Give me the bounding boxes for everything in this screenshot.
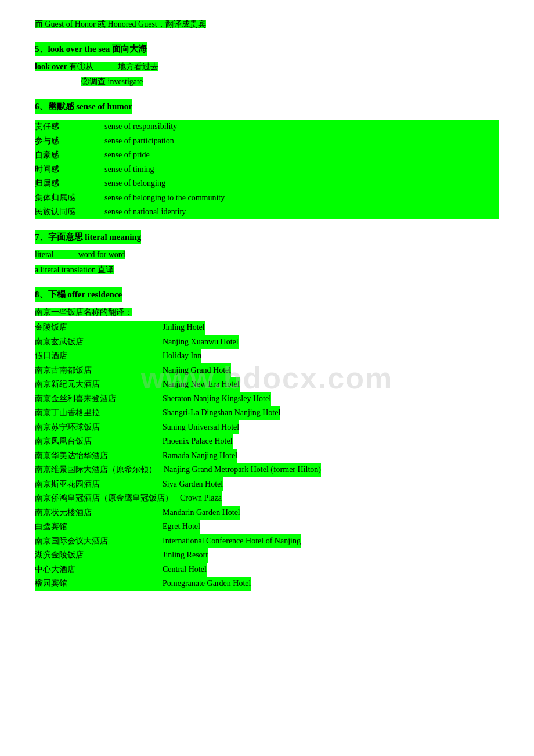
- s6-title-text: 6、幽默感 sense of humor: [35, 99, 132, 114]
- s6-en-0: sense of responsibility: [104, 120, 499, 134]
- s5-title-text: 5、look over the sea 面向大海: [35, 42, 147, 57]
- s8-intro: 南京一些饭店名称的翻译：: [35, 305, 499, 319]
- hotel-row: 湖滨金陵饭店Jinling Resort: [35, 548, 499, 563]
- section-6: 6、幽默感 sense of humor 责任感 sense of respon…: [35, 99, 499, 219]
- hotel-en-8: Phoenix Palace Hotel: [163, 434, 233, 449]
- s6-en-4: sense of belonging: [104, 177, 499, 191]
- table-row: 民族认同感 sense of national identity: [35, 205, 499, 219]
- s6-en-2: sense of pride: [104, 148, 499, 163]
- hotel-en-0: Jinling Hotel: [163, 321, 205, 335]
- hotel-cn-13: 南京状元楼酒店: [35, 506, 163, 520]
- s6-en-3: sense of timing: [104, 163, 499, 177]
- hotel-row: 南京国际会议大酒店International Conference Hotel …: [35, 534, 499, 549]
- hotel-row: 中心大酒店Central Hotel: [35, 563, 499, 577]
- table-row: 归属感 sense of belonging: [35, 177, 499, 191]
- hotel-row: 金陵饭店Jinling Hotel: [35, 321, 499, 335]
- hotel-row: 南京古南都饭店Nanjing Grand Hotel: [35, 363, 499, 378]
- s6-cn-1: 参与感: [35, 134, 104, 149]
- hotel-row: 榴园宾馆Pomegranate Garden Hotel: [35, 577, 499, 591]
- hotel-row: 南京维景国际大酒店（原希尔顿）Nanjing Grand Metropark H…: [35, 463, 499, 477]
- s7-line2: a literal translation 直译: [35, 263, 499, 277]
- hotel-en-18: Pomegranate Garden Hotel: [163, 577, 251, 591]
- hotel-row: 南京状元楼酒店Mandarin Garden Hotel: [35, 506, 499, 520]
- s8-intro-text: 南京一些饭店名称的翻译：: [35, 308, 132, 316]
- s6-en-6: sense of national identity: [104, 205, 499, 219]
- s7-title-text: 7、字面意思 literal meaning: [35, 230, 141, 245]
- hotel-cn-14: 白鹭宾馆: [35, 520, 163, 534]
- s6-cn-5: 集体归属感: [35, 191, 104, 206]
- s5-lookover-bold: look over: [35, 62, 67, 71]
- intro-section: 而 Guest of Honor 或 Honored Guest，翻译成贵宾: [35, 17, 499, 31]
- s5-lookover: look over 有①从———地方看过去: [35, 62, 158, 71]
- hotel-cn-6: 南京丁山香格里拉: [35, 406, 163, 420]
- hotel-cn-2: 假日酒店: [35, 349, 163, 363]
- hotel-cn-15: 南京国际会议大酒店: [35, 534, 163, 549]
- hotel-row: 白鹭宾馆Egret Hotel: [35, 520, 499, 534]
- hotel-cn-7: 南京苏宁环球饭店: [35, 420, 163, 435]
- table-row: 时间感 sense of timing: [35, 163, 499, 177]
- hotel-cn-12: 南京侨鸿皇冠酒店（原金鹰皇冠饭店）: [35, 491, 180, 506]
- s6-cn-4: 归属感: [35, 177, 104, 191]
- hotel-en-7: Suning Universal Hotel: [163, 420, 239, 435]
- table-row: 集体归属感 sense of belonging to the communit…: [35, 191, 499, 206]
- hotel-row: 南京丁山香格里拉Shangri-La Dingshan Nanjing Hote…: [35, 406, 499, 420]
- s8-title: 8、下榻 offer residence: [35, 287, 499, 305]
- hotel-cn-16: 湖滨金陵饭店: [35, 548, 163, 563]
- hotel-en-9: Ramada Nanjing Hotel: [163, 449, 237, 463]
- s5-investigate: ②调查 investigate: [81, 77, 143, 86]
- s6-table: 责任感 sense of responsibility 参与感 sense of…: [35, 120, 499, 219]
- s5-lookover-rest: 有①从———地方看过去: [67, 62, 159, 71]
- hotel-row: 南京新纪元大酒店Nanjing New Era Hotel: [35, 377, 499, 392]
- hotel-row: 南京玄武饭店Nanjing Xuanwu Hotel: [35, 335, 499, 350]
- table-row: 责任感 sense of responsibility: [35, 120, 499, 134]
- section-8: 8、下榻 offer residence 南京一些饭店名称的翻译： 金陵饭店Ji…: [35, 287, 499, 591]
- hotel-cn-4: 南京新纪元大酒店: [35, 377, 163, 392]
- s5-title: 5、look over the sea 面向大海: [35, 42, 499, 59]
- s5-line1: look over 有①从———地方看过去: [35, 60, 499, 74]
- intro-text: 而 Guest of Honor 或 Honored Guest，翻译成贵宾: [35, 20, 206, 28]
- hotel-row: 南京华美达怡华酒店Ramada Nanjing Hotel: [35, 449, 499, 463]
- s6-cn-2: 自豪感: [35, 148, 104, 163]
- s8-hotels-table: 金陵饭店Jinling Hotel南京玄武饭店Nanjing Xuanwu Ho…: [35, 321, 499, 591]
- hotel-cn-17: 中心大酒店: [35, 563, 163, 577]
- hotel-cn-11: 南京斯亚花园酒店: [35, 477, 163, 492]
- s6-cn-6: 民族认同感: [35, 205, 104, 219]
- hotel-cn-8: 南京凤凰台饭店: [35, 434, 163, 449]
- hotel-cn-10: 南京维景国际大酒店（原希尔顿）: [35, 463, 164, 477]
- hotel-row: 南京凤凰台饭店Phoenix Palace Hotel: [35, 434, 499, 449]
- s6-en-1: sense of participation: [104, 134, 499, 149]
- table-row: 自豪感 sense of pride: [35, 148, 499, 163]
- hotel-en-2: Holiday Inn: [163, 349, 201, 363]
- hotel-en-5: Sheraton Nanjing Kingsley Hotel: [163, 392, 271, 406]
- section-7: 7、字面意思 literal meaning literal———word fo…: [35, 230, 499, 277]
- hotel-en-12: Crown Plaza: [180, 491, 222, 506]
- s8-title-text: 8、下榻 offer residence: [35, 287, 122, 303]
- s7-line1: literal———word for word: [35, 248, 499, 262]
- intro-line: 而 Guest of Honor 或 Honored Guest，翻译成贵宾: [35, 17, 499, 31]
- s7-title: 7、字面意思 literal meaning: [35, 230, 499, 247]
- hotel-row: 南京苏宁环球饭店Suning Universal Hotel: [35, 420, 499, 435]
- hotel-cn-5: 南京金丝利喜来登酒店: [35, 392, 163, 406]
- hotel-cn-1: 南京玄武饭店: [35, 335, 163, 350]
- s6-en-5: sense of belonging to the community: [104, 191, 499, 206]
- s6-cn-0: 责任感: [35, 120, 104, 134]
- s6-cn-3: 时间感: [35, 163, 104, 177]
- s5-line2: ②调查 investigate: [35, 75, 499, 89]
- section-5: 5、look over the sea 面向大海 look over 有①从——…: [35, 42, 499, 89]
- s6-title: 6、幽默感 sense of humor: [35, 99, 499, 117]
- hotel-cn-0: 金陵饭店: [35, 321, 163, 335]
- hotel-en-14: Egret Hotel: [163, 520, 200, 534]
- hotel-en-10: Nanjing Grand Metropark Hotel (former Hi…: [164, 463, 321, 477]
- hotel-row: 南京侨鸿皇冠酒店（原金鹰皇冠饭店）Crown Plaza: [35, 491, 499, 506]
- table-row: 参与感 sense of participation: [35, 134, 499, 149]
- hotel-en-6: Shangri-La Dingshan Nanjing Hotel: [163, 406, 280, 420]
- hotel-row: 南京斯亚花园酒店Siya Garden Hotel: [35, 477, 499, 492]
- s7-line1-text: literal———word for word: [35, 250, 125, 259]
- s7-line2-text: a literal translation 直译: [35, 265, 114, 274]
- hotel-en-15: International Conference Hotel of Nanjin…: [163, 534, 301, 549]
- hotel-en-11: Siya Garden Hotel: [163, 477, 223, 492]
- hotel-en-1: Nanjing Xuanwu Hotel: [163, 335, 239, 350]
- hotel-en-17: Central Hotel: [163, 563, 207, 577]
- hotel-cn-18: 榴园宾馆: [35, 577, 163, 591]
- hotel-en-3: Nanjing Grand Hotel: [163, 363, 231, 378]
